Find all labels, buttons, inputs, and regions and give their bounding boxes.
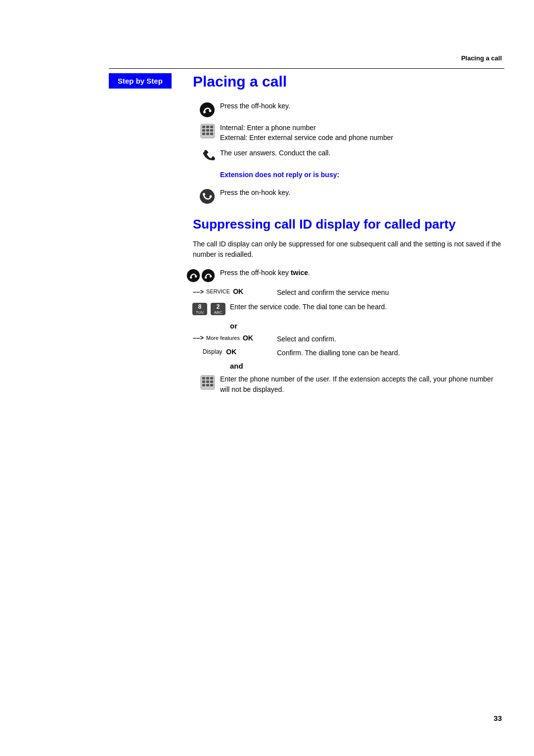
service-nav: ––> SERVICE OK <box>193 287 277 295</box>
svg-rect-28 <box>210 380 213 383</box>
svg-rect-7 <box>202 129 205 132</box>
page-number: 33 <box>493 714 502 722</box>
display-row: Display OK Confirm. The dialling tone ca… <box>193 348 502 358</box>
more-features-nav: ––> More features OK <box>193 334 277 342</box>
more-features-text: Select and confirm. <box>277 334 502 344</box>
svg-rect-6 <box>210 126 213 128</box>
instr-row-dual-offhook: Press the off-hook key twice. <box>193 268 502 283</box>
keypad-icon <box>193 123 220 139</box>
instr-text-twice: Press the off-hook key twice. <box>220 268 502 278</box>
and-label: and <box>230 362 243 370</box>
display-text: Confirm. The dialling tone can be heard. <box>277 348 502 358</box>
instr-text-keys: Enter the service code. The dial tone ca… <box>230 302 502 312</box>
svg-point-13 <box>200 189 215 204</box>
nav-label-more: More features <box>206 335 240 341</box>
instr-row-enter-number: Enter the phone number of the user. If t… <box>193 374 502 394</box>
or-label: or <box>230 322 237 330</box>
svg-point-1 <box>203 111 206 113</box>
svg-rect-29 <box>202 384 205 386</box>
ok-display: OK <box>226 348 236 356</box>
svg-point-15 <box>210 195 212 197</box>
svg-point-19 <box>202 269 215 282</box>
main-content: Placing a call Press the off-hook key. <box>193 73 502 399</box>
onhook-icon <box>193 188 220 204</box>
instr-text-enter-number: Enter the phone number of the user. If t… <box>220 374 502 394</box>
service-row: ––> SERVICE OK Select and confirm the se… <box>193 287 502 297</box>
svg-point-0 <box>200 102 215 117</box>
svg-point-14 <box>203 193 205 195</box>
svg-rect-31 <box>210 384 213 386</box>
instr-row-offhook: Press the off-hook key. <box>193 101 502 118</box>
svg-rect-4 <box>202 126 205 128</box>
instr-row-handset: The user answers. Conduct the call. <box>193 148 502 163</box>
page: Placing a call Step by Step Placing a ca… <box>0 0 534 756</box>
svg-rect-9 <box>210 129 213 132</box>
instr-text-keypad: Internal: Enter a phone number External:… <box>220 123 502 143</box>
ok-service: OK <box>233 287 243 295</box>
svg-rect-10 <box>202 133 205 135</box>
instr-row-onhook: Press the on-hook key. <box>193 188 502 204</box>
extension-busy-row: Extension does not reply or is busy: <box>193 168 502 183</box>
instr-row-keypad: Internal: Enter a phone number External:… <box>193 123 502 143</box>
instr-row-keys: 8TUV 2ABC Enter the service code. The di… <box>193 302 502 317</box>
svg-rect-23 <box>202 377 205 379</box>
svg-point-16 <box>187 269 200 282</box>
svg-rect-25 <box>210 377 213 379</box>
keypad-icon-2 <box>193 374 220 390</box>
display-nav: Display OK <box>193 348 277 356</box>
top-rule <box>109 68 504 69</box>
and-row: and <box>230 362 502 370</box>
or-row: or <box>230 322 502 330</box>
nav-label-service: SERVICE <box>206 288 230 294</box>
svg-point-18 <box>195 276 197 278</box>
keys-icon: 8TUV 2ABC <box>193 302 230 315</box>
svg-rect-27 <box>206 380 209 383</box>
svg-rect-30 <box>206 384 209 386</box>
svg-point-17 <box>190 277 192 279</box>
nav-arrow-service: ––> <box>193 288 204 295</box>
svg-rect-8 <box>206 129 209 132</box>
svg-rect-11 <box>206 133 209 135</box>
instr-text-offhook: Press the off-hook key. <box>220 101 502 111</box>
more-features-row: ––> More features OK Select and confirm. <box>193 334 502 344</box>
svg-rect-12 <box>210 133 213 135</box>
key-8tuv: 8TUV <box>192 303 207 315</box>
service-text: Select and confirm the service menu <box>277 287 502 297</box>
section1-title: Placing a call <box>193 73 502 90</box>
offhook-icon <box>193 101 220 118</box>
dual-offhook-icon <box>193 268 220 283</box>
handset-icon <box>193 148 220 163</box>
svg-rect-5 <box>206 126 209 128</box>
svg-point-20 <box>205 277 207 279</box>
section2-desc: The call ID display can only be suppress… <box>193 239 502 260</box>
instr-text-onhook: Press the on-hook key. <box>220 188 502 197</box>
nav-label-display: Display <box>203 348 222 355</box>
section2-title: Suppressing call ID display for called p… <box>193 216 502 233</box>
nav-arrow-more: ––> <box>193 334 204 341</box>
section2: Suppressing call ID display for called p… <box>193 216 502 394</box>
svg-point-2 <box>209 110 212 112</box>
extension-busy-heading: Extension does not reply or is busy: <box>220 170 502 180</box>
instr-text-handset: The user answers. Conduct the call. <box>220 148 502 158</box>
svg-point-21 <box>210 276 212 278</box>
step-by-step-label: Step by Step <box>118 77 163 85</box>
section1: Placing a call Press the off-hook key. <box>193 73 502 204</box>
svg-rect-24 <box>206 377 209 379</box>
svg-rect-26 <box>202 380 205 383</box>
key-2abc: 2ABC <box>211 303 225 315</box>
step-by-step-box: Step by Step <box>109 73 172 89</box>
header-title: Placing a call <box>461 54 502 62</box>
ok-more: OK <box>243 334 253 342</box>
